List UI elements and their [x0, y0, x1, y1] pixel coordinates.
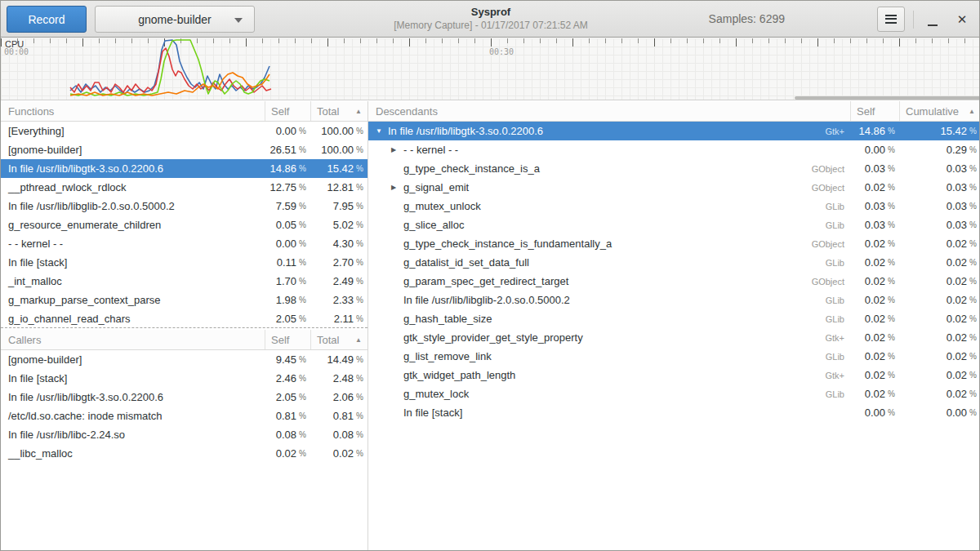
callers-table-row[interactable]: [gnome-builder]9.45%14.49% — [1, 350, 368, 369]
descendants-table-row[interactable]: ▶g_signal_emitGObject0.02%0.03% — [368, 178, 980, 197]
cumulative-percent: 0.02% — [899, 384, 980, 403]
function-name: In file /usr/lib/libglib-2.0.so.0.5000.2 — [1, 197, 265, 216]
functions-table-row[interactable]: _int_malloc1.70%2.49% — [1, 272, 368, 291]
functions-table-row[interactable]: g_io_channel_read_chars2.05%2.11% — [1, 309, 368, 328]
library-tag: GLib — [826, 352, 844, 362]
header-bar: Record gnome-builder Sysprof [Memory Cap… — [1, 1, 980, 38]
callers-table-row[interactable]: /etc/ld.so.cache: inode mismatch0.81%0.8… — [1, 407, 368, 425]
function-name: [gnome-builder] — [1, 140, 265, 159]
total-percent: 2.33% — [310, 291, 368, 309]
self-percent: 9.45% — [265, 350, 310, 369]
functions-table-row[interactable]: - - kernel - -0.00%4.30% — [1, 234, 368, 253]
library-tag: GLib — [826, 295, 844, 305]
functions-table-row[interactable]: [gnome-builder]26.51%100.00% — [1, 140, 368, 159]
menu-button[interactable] — [877, 7, 905, 32]
self-percent: 0.02% — [265, 444, 310, 463]
expander-closed-icon[interactable]: ▶ — [391, 146, 403, 153]
column-header-descendants[interactable]: Descendants — [368, 101, 850, 121]
cumulative-percent: 0.02% — [899, 234, 980, 253]
self-percent: 0.81% — [265, 407, 310, 425]
functions-table-row[interactable]: In file [stack]0.11%2.70% — [1, 253, 368, 272]
descendants-table-row[interactable]: g_type_check_instance_is_fundamentally_a… — [368, 234, 980, 253]
column-header-cumulative[interactable]: Cumulative ▲ — [899, 101, 980, 121]
column-header-functions[interactable]: Functions — [1, 101, 265, 121]
self-percent: 0.03% — [850, 216, 899, 234]
column-header-total[interactable]: Total ▲ — [310, 101, 368, 121]
function-name: g_param_spec_get_redirect_target — [403, 275, 568, 287]
library-tag: Gtk+ — [825, 127, 844, 136]
descendants-table-row[interactable]: g_datalist_id_set_data_fullGLib0.02%0.02… — [368, 253, 980, 272]
graph-scrollbar-thumb[interactable] — [795, 96, 980, 100]
function-name: g_mutex_lock — [403, 388, 469, 400]
close-button[interactable]: ✕ — [950, 7, 974, 32]
column-header-callers[interactable]: Callers — [1, 330, 265, 349]
descendants-table-row[interactable]: In file /usr/lib/libglib-2.0.so.0.5000.2… — [368, 291, 980, 309]
self-percent: 12.75% — [265, 178, 310, 197]
cpu-graph[interactable]: CPU 00:00 00:30 — [1, 38, 980, 100]
functions-table-row[interactable]: [Everything]0.00%100.00% — [1, 122, 368, 140]
function-name: - - kernel - - — [1, 234, 265, 253]
descendants-table-row[interactable]: gtk_style_provider_get_style_propertyGtk… — [368, 328, 980, 347]
descendants-table-row[interactable]: g_list_remove_linkGLib0.02%0.02% — [368, 347, 980, 366]
descendants-table-row[interactable]: g_mutex_unlockGLib0.03%0.03% — [368, 197, 980, 216]
function-name: _int_malloc — [1, 272, 265, 291]
cumulative-percent: 0.02% — [899, 347, 980, 366]
record-button[interactable]: Record — [7, 6, 87, 33]
descendants-table-row[interactable]: gtk_widget_path_lengthGtk+0.02%0.02% — [368, 366, 980, 384]
self-percent: 0.02% — [850, 234, 899, 253]
function-name: In file [stack] — [403, 407, 462, 419]
cumulative-percent: 0.29% — [899, 140, 980, 159]
descendants-table-row[interactable]: g_mutex_lockGLib0.02%0.02% — [368, 384, 980, 403]
functions-table-row[interactable]: __pthread_rwlock_rdlock12.75%12.81% — [1, 178, 368, 197]
self-percent: 0.02% — [850, 178, 899, 197]
close-icon: ✕ — [957, 12, 968, 26]
library-tag: GObject — [812, 277, 844, 287]
callers-table-row[interactable]: In file /usr/lib/libc-2.24.so0.08%0.08% — [1, 425, 368, 444]
callers-table-row[interactable]: In file /usr/lib/libgtk-3.so.0.2200.62.0… — [1, 388, 368, 407]
cumulative-percent: 0.02% — [899, 272, 980, 291]
functions-table-row[interactable]: In file /usr/lib/libglib-2.0.so.0.5000.2… — [1, 197, 368, 216]
descendants-table-row[interactable]: ▶- - kernel - -0.00%0.29% — [368, 140, 980, 159]
functions-table-row[interactable]: g_markup_parse_context_parse1.98%2.33% — [1, 291, 368, 309]
self-percent: 1.70% — [265, 272, 310, 291]
column-header-total[interactable]: Total ▲ — [310, 330, 368, 349]
column-header-self[interactable]: Self — [265, 101, 310, 121]
library-tag: GLib — [826, 389, 844, 399]
cumulative-percent: 0.02% — [899, 366, 980, 384]
column-header-self[interactable]: Self — [265, 330, 310, 349]
callers-table-row[interactable]: In file [stack]2.46%2.48% — [1, 369, 368, 388]
descendants-table-row[interactable]: g_param_spec_get_redirect_targetGObject0… — [368, 272, 980, 291]
expander-closed-icon[interactable]: ▶ — [391, 184, 403, 191]
descendants-table-row[interactable]: g_slice_allocGLib0.03%0.03% — [368, 216, 980, 234]
descendants-table-row[interactable]: g_type_check_instance_is_aGObject0.03%0.… — [368, 159, 980, 178]
function-name: gtk_style_provider_get_style_property — [403, 331, 583, 344]
self-percent: 2.05% — [265, 388, 310, 407]
descendants-table-row[interactable]: ▼In file /usr/lib/libgtk-3.so.0.2200.6Gt… — [368, 122, 980, 140]
self-percent: 0.03% — [850, 159, 899, 178]
descendant-name-cell: ▶- - kernel - - — [368, 140, 850, 159]
self-percent: 0.02% — [850, 328, 899, 347]
self-percent: 26.51% — [265, 140, 310, 159]
callers-table-row[interactable]: __libc_malloc0.02%0.02% — [1, 444, 368, 463]
target-process-dropdown[interactable]: gnome-builder — [95, 6, 255, 33]
function-name: g_hash_table_size — [403, 313, 492, 325]
function-name: g_resource_enumerate_children — [1, 216, 265, 234]
descendants-table-row[interactable]: In file [stack]0.00%0.00% — [368, 403, 980, 422]
self-percent: 0.02% — [850, 384, 899, 403]
functions-table-row[interactable]: In file /usr/lib/libgtk-3.so.0.2200.614.… — [1, 159, 368, 178]
total-percent: 2.11% — [310, 309, 368, 328]
expander-open-icon[interactable]: ▼ — [376, 127, 388, 135]
function-name: In file /usr/lib/libgtk-3.so.0.2200.6 — [1, 159, 265, 178]
column-header-self[interactable]: Self — [850, 101, 899, 121]
cumulative-percent: 0.02% — [899, 309, 980, 328]
self-percent: 0.08% — [265, 425, 310, 444]
time-label-start: 00:00 — [4, 47, 29, 56]
minimize-button[interactable] — [920, 7, 945, 32]
self-percent: 7.59% — [265, 197, 310, 216]
cumulative-percent: 0.03% — [899, 178, 980, 197]
sort-ascending-icon: ▲ — [355, 336, 368, 344]
descendant-name-cell: ▶g_signal_emitGObject — [368, 178, 850, 197]
functions-table-row[interactable]: g_resource_enumerate_children0.05%5.02% — [1, 216, 368, 234]
self-percent: 0.00% — [265, 122, 310, 140]
descendants-table-row[interactable]: g_hash_table_sizeGLib0.02%0.02% — [368, 309, 980, 328]
